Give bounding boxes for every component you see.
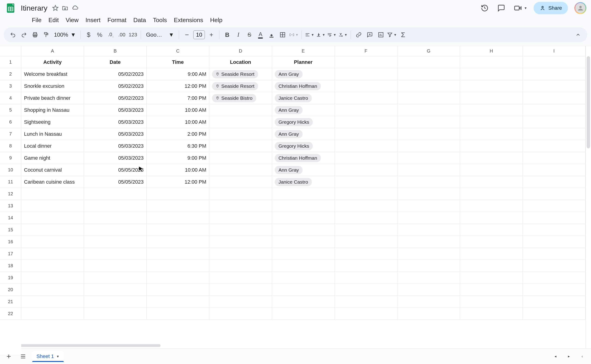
cell[interactable] <box>397 224 460 236</box>
cell[interactable] <box>209 140 272 152</box>
fill-color-button[interactable] <box>266 30 277 40</box>
filter-button[interactable]: ▼ <box>387 30 397 40</box>
row-header-22[interactable]: 22 <box>0 308 21 320</box>
cell[interactable] <box>84 260 147 272</box>
cell[interactable] <box>147 272 209 284</box>
cell[interactable]: 05/05/2023 <box>84 176 147 188</box>
document-title[interactable]: Itinerary <box>19 3 49 13</box>
cell[interactable] <box>523 236 585 248</box>
cell[interactable] <box>209 236 272 248</box>
cell[interactable] <box>523 296 585 308</box>
cell[interactable]: 9:00 PM <box>147 152 209 164</box>
cell[interactable] <box>397 116 460 128</box>
collapse-toolbar-button[interactable] <box>573 30 583 40</box>
cell[interactable] <box>523 152 585 164</box>
cell[interactable] <box>523 68 585 80</box>
row-header-12[interactable]: 12 <box>0 188 21 200</box>
cell[interactable] <box>84 200 147 212</box>
cell[interactable]: Time <box>147 56 209 68</box>
cell[interactable] <box>523 272 585 284</box>
row-header-15[interactable]: 15 <box>0 224 21 236</box>
print-button[interactable] <box>30 30 40 40</box>
cell[interactable]: 05/03/2023 <box>84 116 147 128</box>
cell[interactable] <box>209 176 272 188</box>
percent-button[interactable]: % <box>94 30 105 40</box>
cell[interactable]: 12:00 PM <box>147 80 209 92</box>
cell[interactable] <box>397 80 460 92</box>
cell[interactable] <box>460 236 523 248</box>
spreadsheet-grid[interactable]: ABCDEFGHI 123456789101112131415161718192… <box>0 46 591 355</box>
cell[interactable] <box>397 176 460 188</box>
comment-icon[interactable] <box>496 3 506 13</box>
cell[interactable]: 05/05/2023 <box>84 164 147 176</box>
cell[interactable] <box>21 248 84 260</box>
cell[interactable] <box>460 212 523 224</box>
cell[interactable] <box>523 116 585 128</box>
cell[interactable] <box>209 224 272 236</box>
cell[interactable] <box>523 140 585 152</box>
cell[interactable] <box>460 284 523 296</box>
cell[interactable]: Janice Castro <box>272 92 335 104</box>
cell[interactable]: Ann Gray <box>272 104 335 116</box>
column-header-A[interactable]: A <box>21 46 84 56</box>
menu-extensions[interactable]: Extensions <box>171 15 207 25</box>
cell[interactable]: Gregory Hicks <box>272 140 335 152</box>
cell[interactable]: 6:30 PM <box>147 140 209 152</box>
cell[interactable] <box>209 200 272 212</box>
font-select[interactable]: Googl...▼ <box>144 32 176 38</box>
cell[interactable] <box>397 56 460 68</box>
cell[interactable]: 05/03/2023 <box>84 104 147 116</box>
cell[interactable] <box>147 188 209 200</box>
column-header-D[interactable]: D <box>209 46 272 56</box>
sheets-logo[interactable] <box>5 2 17 14</box>
cell[interactable] <box>209 188 272 200</box>
row-header-19[interactable]: 19 <box>0 272 21 284</box>
column-header-I[interactable]: I <box>523 46 585 56</box>
cell[interactable] <box>335 128 397 140</box>
cell[interactable] <box>523 308 585 320</box>
increase-decimal-button[interactable]: .00 <box>117 30 127 40</box>
cell[interactable] <box>147 296 209 308</box>
cell[interactable] <box>335 176 397 188</box>
cell[interactable] <box>335 188 397 200</box>
cell[interactable] <box>460 68 523 80</box>
cell[interactable]: 12:00 PM <box>147 176 209 188</box>
insert-chart-button[interactable] <box>376 30 386 40</box>
row-header-13[interactable]: 13 <box>0 200 21 212</box>
cell[interactable]: Christian Hoffman <box>272 80 335 92</box>
cell[interactable] <box>335 224 397 236</box>
scroll-tabs-left-button[interactable]: ◂ <box>551 351 561 361</box>
select-all-corner[interactable] <box>0 46 21 56</box>
cell[interactable] <box>460 200 523 212</box>
move-icon[interactable] <box>62 5 68 11</box>
cell[interactable]: 10:00 AM <box>147 116 209 128</box>
cell[interactable]: 2:00 PM <box>147 128 209 140</box>
cell[interactable] <box>397 164 460 176</box>
strikethrough-button[interactable]: S <box>244 30 255 40</box>
cell[interactable] <box>335 272 397 284</box>
cell[interactable]: Seaside Bistro <box>209 92 272 104</box>
cell[interactable]: 05/02/2023 <box>84 68 147 80</box>
cell[interactable]: Ann Gray <box>272 164 335 176</box>
cell[interactable] <box>209 296 272 308</box>
row-header-20[interactable]: 20 <box>0 284 21 296</box>
cell[interactable] <box>397 296 460 308</box>
menu-format[interactable]: Format <box>104 15 130 25</box>
cell[interactable] <box>523 284 585 296</box>
cell[interactable]: Sightseeing <box>21 116 84 128</box>
cell[interactable] <box>209 128 272 140</box>
cell[interactable] <box>21 224 84 236</box>
cell[interactable] <box>209 212 272 224</box>
text-wrap-button[interactable]: ▼ <box>327 30 337 40</box>
cell[interactable]: Gregory Hicks <box>272 116 335 128</box>
cell[interactable] <box>460 224 523 236</box>
row-header-1[interactable]: 1 <box>0 56 21 68</box>
cell[interactable] <box>21 308 84 320</box>
cell[interactable]: Date <box>84 56 147 68</box>
cell[interactable] <box>523 80 585 92</box>
share-button[interactable]: Share <box>534 2 568 14</box>
cell[interactable] <box>272 296 335 308</box>
cell[interactable] <box>335 296 397 308</box>
column-header-B[interactable]: B <box>84 46 147 56</box>
paint-format-button[interactable] <box>41 30 51 40</box>
